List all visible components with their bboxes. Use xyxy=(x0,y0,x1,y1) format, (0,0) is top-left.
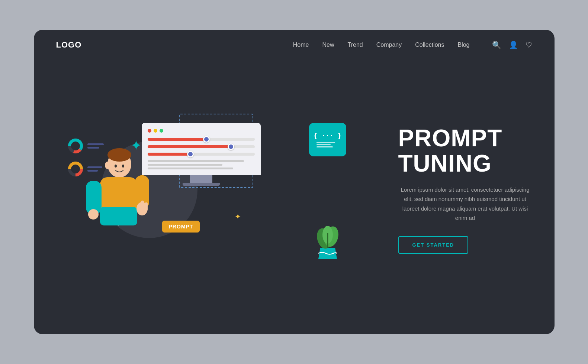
heart-icon[interactable]: ♡ xyxy=(526,40,532,49)
slider-track-2 xyxy=(148,145,255,148)
main-card: LOGO Home New Trend Company Collections … xyxy=(34,30,555,334)
plant-svg xyxy=(313,222,343,259)
code-line xyxy=(317,144,331,145)
user-icon[interactable]: 👤 xyxy=(509,40,518,49)
text-line xyxy=(148,164,223,166)
sparkle-yellow-icon: ✦ xyxy=(235,212,241,221)
logo: LOGO xyxy=(56,40,82,50)
code-card: { ··· } xyxy=(309,123,346,156)
character-figure xyxy=(78,144,153,257)
nav-item-home[interactable]: Home xyxy=(293,42,309,48)
svg-point-18 xyxy=(88,209,99,220)
svg-rect-10 xyxy=(100,207,137,225)
slider-track-1 xyxy=(148,138,255,141)
dot-green xyxy=(160,129,163,133)
svg-point-17 xyxy=(122,165,124,168)
nav-link-home[interactable]: Home xyxy=(293,42,309,48)
nav-item-collections[interactable]: Collections xyxy=(415,42,444,48)
monitor-stand xyxy=(190,175,212,183)
slider-thumb-3[interactable] xyxy=(187,151,194,157)
heading-line-1: PROMPT xyxy=(398,125,502,152)
slider-fill-1 xyxy=(148,138,206,141)
nav-link-company[interactable]: Company xyxy=(376,42,402,48)
slider-thumb-2[interactable] xyxy=(228,143,234,150)
dot-yellow xyxy=(154,129,157,133)
dot-red xyxy=(148,129,151,133)
slider-3[interactable] xyxy=(148,153,255,156)
text-lines xyxy=(148,160,255,169)
nav-icons: 🔍 👤 ♡ xyxy=(492,40,532,49)
get-started-button[interactable]: GET STARTED xyxy=(398,236,469,254)
svg-point-7 xyxy=(107,148,131,162)
monitor-dots xyxy=(148,129,255,133)
nav-link-new[interactable]: New xyxy=(322,42,334,48)
code-braces-icon: { ··· } xyxy=(314,132,342,140)
svg-rect-15 xyxy=(141,201,144,210)
hero-heading: PROMPT TUNING xyxy=(398,126,532,176)
nav-item-blog[interactable]: Blog xyxy=(457,42,469,48)
svg-rect-14 xyxy=(145,202,148,211)
monitor-screen xyxy=(142,123,261,175)
illustration-side: ✦ ✦ ✦ xyxy=(56,93,376,286)
character-svg xyxy=(78,144,153,255)
nav-item-new[interactable]: New xyxy=(322,42,334,48)
right-side: PROMPT TUNING Lorem ipsum dolor sit amet… xyxy=(376,126,532,253)
slider-2[interactable] xyxy=(148,145,255,148)
text-line xyxy=(148,168,233,169)
code-lines xyxy=(317,142,339,147)
nav-links: Home New Trend Company Collections Blog xyxy=(293,42,470,48)
slider-1[interactable] xyxy=(148,138,255,141)
monitor-base xyxy=(183,183,220,186)
code-line xyxy=(317,146,333,147)
code-line xyxy=(317,142,335,143)
svg-point-8 xyxy=(105,162,110,169)
nav-link-trend[interactable]: Trend xyxy=(348,42,363,48)
svg-point-16 xyxy=(115,165,117,168)
monitor xyxy=(142,123,261,186)
main-content: ✦ ✦ ✦ xyxy=(34,60,555,334)
slider-track-3 xyxy=(148,153,255,156)
search-icon[interactable]: 🔍 xyxy=(492,40,501,49)
slider-thumb-1[interactable] xyxy=(203,136,210,143)
hero-description: Lorem ipsum dolor sit amet, consectetuer… xyxy=(398,185,532,223)
text-line xyxy=(148,160,244,162)
nav-item-trend[interactable]: Trend xyxy=(348,42,363,48)
prompt-badge: PROMPT xyxy=(162,221,200,233)
nav-link-blog[interactable]: Blog xyxy=(457,42,469,48)
plant xyxy=(313,222,343,260)
navbar: LOGO Home New Trend Company Collections … xyxy=(34,30,555,60)
slider-fill-3 xyxy=(148,153,190,156)
nav-link-collections[interactable]: Collections xyxy=(415,42,444,48)
nav-item-company[interactable]: Company xyxy=(376,42,402,48)
heading-line-2: TUNING xyxy=(398,150,492,177)
slider-fill-2 xyxy=(148,145,231,148)
